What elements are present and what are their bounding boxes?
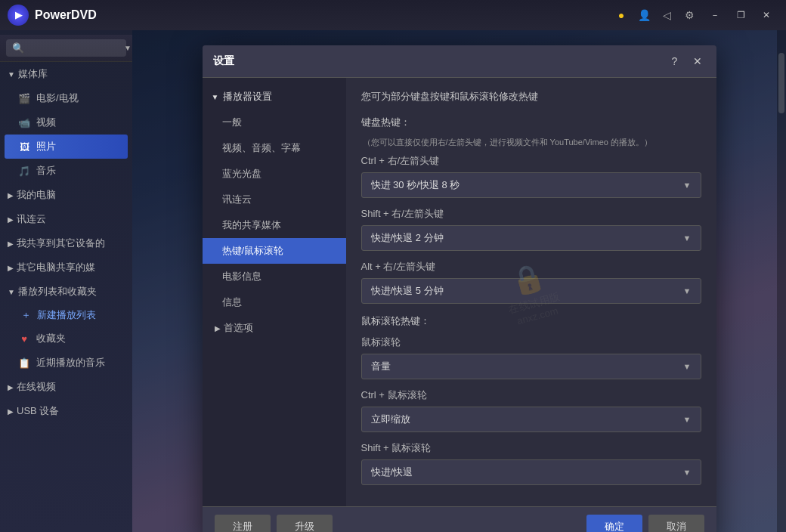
nav-item-general[interactable]: 一般 [203,110,346,135]
mouse-scroll-chevron: ▼ [683,362,692,371]
sidebar-item-music[interactable]: 🎵 音乐 [0,159,132,183]
add-icon: ＋ [21,308,31,322]
sidebar-usb[interactable]: ▶ USB 设备 [0,399,132,423]
sidebar-item-movies[interactable]: 🎬 电影/电视 [0,86,132,110]
app-body: 🔍 ▼ ▼ 媒体库 🎬 电影/电视 📹 视频 🖼 照片 [0,30,786,532]
ctrl-scroll-value: 立即缩放 [371,413,410,426]
usb-expand-icon: ▶ [8,407,14,416]
nav-item-info[interactable]: 信息 [203,289,346,315]
ctrl-scroll-select[interactable]: 立即缩放 ▼ [361,407,701,432]
sidebar-section-media[interactable]: ▼ 媒体库 [0,62,132,86]
ctrl-arrow-select[interactable]: 快进 30 秒/快退 8 秒 ▼ [361,172,701,198]
shift-arrow-value: 快进/快退 2 分钟 [371,231,444,245]
sidebar-item-photos[interactable]: 🖼 照片 [5,135,128,159]
shift-scroll-chevron: ▼ [683,468,692,477]
sidebar-item-shared-to[interactable]: ▶ 我共享到其它设备的 [0,231,132,255]
keyboard-note: （您可以直接仅使用右/左箭头键，进行视频文件和 YouTube/Vimeo 的播… [361,137,701,148]
dialog-panel: 您可为部分键盘按键和鼠标滚轮修改热键 键盘热键： （您可以直接仅使用右/左箭头键… [346,78,716,506]
playlists-expand-icon: ▼ [8,288,15,296]
main-content: 设置 ? ✕ ▼ 播放器设置 [132,30,786,532]
shared-from-label: 其它电脑共享的媒 [17,261,95,274]
status-icon[interactable]: ● [615,9,627,21]
search-input[interactable] [29,43,119,54]
upgrade-button[interactable]: 升级 [277,515,333,532]
sidebar-item-shared-from[interactable]: ▶ 其它电脑共享的媒 [0,255,132,280]
window-controls: － ❐ ✕ [703,3,778,27]
dialog-title-bar: 设置 ? ✕ [203,45,716,78]
nav-item-shared-media[interactable]: 我的共享媒体 [203,212,346,238]
playlists-label: 播放列表和收藏夹 [18,285,97,298]
ctrl-scroll-label: Ctrl + 鼠标滚轮 [361,388,701,402]
cloud-label: 讯连云 [17,212,46,226]
sidebar-online-video[interactable]: ▶ 在线视频 [0,375,132,399]
gear-icon[interactable]: ⚙ [683,9,695,21]
nav-item-video-audio[interactable]: 视频、音频、字幕 [203,135,346,161]
register-button[interactable]: 注册 [215,515,271,532]
nav-player-section[interactable]: ▼ 播放器设置 [203,84,346,110]
cancel-button[interactable]: 取消 [648,515,704,532]
sidebar-item-video[interactable]: 📹 视频 [0,110,132,135]
mouse-scroll-value: 音量 [371,360,391,373]
shared-from-expand-icon: ▶ [8,264,14,272]
online-expand-icon: ▶ [8,383,14,391]
video-icon: 📹 [18,116,30,128]
dialog-body: ▼ 播放器设置 一般 视频、音频、字幕 蓝光光盘 [203,78,716,506]
cast-icon[interactable]: ◁ [661,9,673,21]
maximize-button[interactable]: ❐ [729,3,753,27]
dialog-help-button[interactable]: ? [667,53,683,70]
nav-shared-media-label: 我的共享媒体 [222,219,281,230]
user-icon[interactable]: 👤 [638,9,650,21]
ctrl-arrow-label: Ctrl + 右/左箭头键 [361,154,701,168]
logo-icon: ▶ [8,5,29,26]
sidebar-new-playlist[interactable]: ＋ 新建播放列表 [0,304,132,326]
dialog-nav: ▼ 播放器设置 一般 视频、音频、字幕 蓝光光盘 [203,78,346,506]
title-bar: ▶ PowerDVD ● 👤 ◁ ⚙ － ❐ ✕ [0,0,786,30]
mouse-scroll-select[interactable]: 音量 ▼ [361,354,701,379]
shift-scroll-label: Shift + 鼠标滚轮 [361,441,701,455]
shared-to-expand-icon: ▶ [8,240,14,248]
nav-player-label: 播放器设置 [223,90,272,104]
search-wrap[interactable]: 🔍 ▼ [6,39,126,57]
nav-preferences-section[interactable]: ▶ 首选项 [203,315,346,341]
dialog-close-button[interactable]: ✕ [689,53,706,70]
sidebar-music-label: 音乐 [36,164,122,178]
sidebar-item-cloud[interactable]: ▶ 讯连云 [0,207,132,231]
ok-button[interactable]: 确定 [586,515,642,532]
dialog-title-icons: ? ✕ [667,53,706,70]
minimize-button[interactable]: － [703,3,727,27]
dialog-footer: 注册 升级 确定 取消 [203,506,716,532]
alt-arrow-label: Alt + 右/左箭头键 [361,260,701,274]
nav-item-cloud[interactable]: 讯连云 [203,187,346,212]
alt-arrow-dropdown-row: 快进/快退 5 分钟 ▼ [361,278,701,304]
mouse-scroll-dropdown-row: 音量 ▼ [361,354,701,379]
ctrl-scroll-dropdown-row: 立即缩放 ▼ [361,407,701,432]
shift-arrow-select[interactable]: 快进/快退 2 分钟 ▼ [361,225,701,251]
sidebar-item-mypc[interactable]: ▶ 我的电脑 [0,183,132,207]
nav-prefs-label: 首选项 [224,321,253,335]
sidebar-movies-label: 电影/电视 [36,91,122,105]
recent-label: 近期播放的音乐 [36,356,122,370]
nav-movie-info-label: 电影信息 [222,271,261,282]
shift-scroll-value: 快进/快退 [371,466,413,479]
chevron-down-icon: ▼ [124,44,132,52]
sidebar-recent[interactable]: 📋 近期播放的音乐 [0,351,132,375]
nav-item-bluray[interactable]: 蓝光光盘 [203,161,346,187]
shift-scroll-select[interactable]: 快进/快退 ▼ [361,459,701,485]
shared-to-label: 我共享到其它设备的 [17,237,105,250]
nav-prefs-arrow: ▶ [215,324,221,332]
panel-description: 您可为部分键盘按键和鼠标滚轮修改热键 [361,90,701,104]
favorites-label: 收藏夹 [36,332,122,345]
ctrl-arrow-dropdown-row: 快进 30 秒/快退 8 秒 ▼ [361,172,701,198]
dialog-title: 设置 [213,54,667,68]
nav-item-hotkey[interactable]: 热键/鼠标滚轮 [203,238,346,264]
heart-icon: ♥ [18,332,30,345]
usb-label: USB 设备 [17,404,59,418]
sidebar-favorites[interactable]: ♥ 收藏夹 [0,326,132,351]
nav-bluray-label: 蓝光光盘 [222,168,261,179]
sidebar: 🔍 ▼ ▼ 媒体库 🎬 电影/电视 📹 视频 🖼 照片 [0,30,132,532]
alt-arrow-select[interactable]: 快进/快退 5 分钟 ▼ [361,278,701,304]
nav-item-movie-info[interactable]: 电影信息 [203,264,346,289]
ctrl-arrow-chevron: ▼ [683,181,692,190]
close-button[interactable]: ✕ [754,3,778,27]
sidebar-section-playlists[interactable]: ▼ 播放列表和收藏夹 [0,280,132,304]
